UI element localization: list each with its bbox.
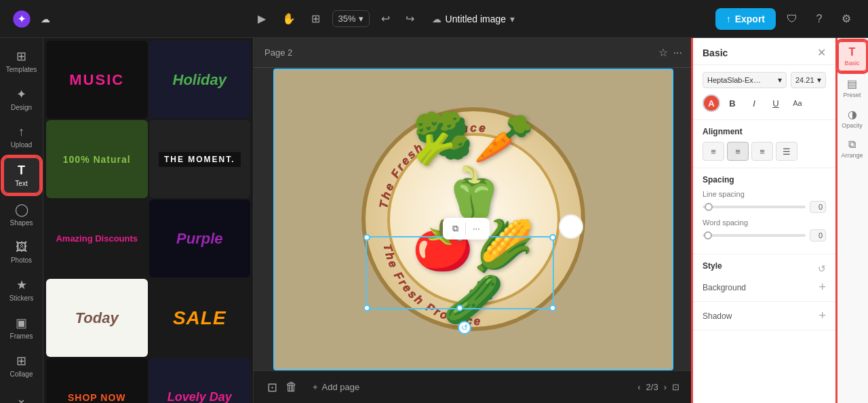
topbar-center: ▶ ✋ ⊞ 35% ▾ ↩ ↪ ☁ Untitled image ▾ [58, 8, 707, 30]
white-circle-handle[interactable] [559, 214, 583, 239]
line-spacing-thumb[interactable] [705, 203, 713, 211]
underline-button[interactable]: U [766, 94, 785, 113]
italic-button[interactable]: I [745, 94, 764, 113]
right-icon-basic[interactable]: T Basic [837, 41, 867, 72]
line-spacing-slider-row: 0 [703, 201, 826, 213]
context-copy-button[interactable]: ⧉ [448, 220, 462, 237]
design-icon: ✦ [16, 87, 26, 102]
font-size-chevron-icon: ▾ [817, 75, 821, 85]
template-item-lovelyday[interactable]: Lovely Day [149, 358, 251, 403]
cloud-save-icon: ☁ [432, 14, 441, 24]
sidebar-item-label: Upload [11, 141, 33, 149]
panel-close-button[interactable]: ✕ [817, 46, 826, 59]
frame-icon[interactable]: ⊡ [267, 380, 277, 395]
template-item-today[interactable]: Today [46, 279, 148, 357]
right-icon-opacity[interactable]: ◑ Opacity [837, 104, 867, 133]
sidebar-item-collage[interactable]: ⊞ Collage [3, 348, 41, 383]
sidebar-item-label: Photos [11, 256, 32, 264]
sidebar-item-photos[interactable]: 🖼 Photos [3, 235, 41, 269]
shadow-add-button[interactable]: + [818, 309, 826, 323]
logo[interactable]: ✦ [11, 8, 33, 30]
right-icon-arrange[interactable]: ⧉ Arrange [837, 134, 867, 163]
template-item-holiday[interactable]: Holiday [149, 41, 251, 119]
svg-text:✦: ✦ [18, 13, 26, 24]
font-section: HeptaSlab-Extra ▾ 24.21 ▾ A B I U Aa [693, 65, 835, 120]
photos-icon: 🖼 [16, 240, 28, 254]
right-icon-preset[interactable]: ▤ Preset [837, 73, 867, 102]
canvas-page[interactable]: The Fresh Produce The Fresh Produce 🥦🥕🫑🍅… [273, 69, 673, 370]
align-justify-button[interactable]: ☰ [776, 142, 797, 161]
bold-button[interactable]: B [723, 94, 742, 113]
undo-button[interactable]: ↩ [375, 8, 397, 30]
layout-button[interactable]: ⊞ [305, 8, 327, 30]
sidebar-item-label: Collage [10, 370, 33, 378]
template-item-music[interactable]: MUSIC [46, 41, 148, 119]
sidebar-item-label: Stickers [9, 294, 34, 302]
sidebar-item-upload[interactable]: ↑ Upload [3, 119, 41, 154]
sidebar-item-design[interactable]: ✦ Design [3, 81, 41, 117]
sidebar-item-shapes[interactable]: ◯ Shapes [3, 197, 41, 232]
line-spacing-slider[interactable] [703, 206, 806, 208]
text-format-icon: T [849, 46, 856, 58]
sidebar-expand-button[interactable]: ⌄ [11, 386, 32, 403]
template-item-sale[interactable]: SALE [149, 279, 251, 357]
hand-tool-button[interactable]: ✋ [278, 8, 300, 30]
trash-icon[interactable]: 🗑 [285, 380, 298, 394]
canvas-more: ☆ ··· [658, 46, 682, 59]
shapes-icon: ◯ [15, 202, 28, 217]
font-size-input[interactable]: 24.21 ▾ [791, 72, 826, 88]
font-family-select[interactable]: HeptaSlab-Extra ▾ [703, 72, 787, 88]
align-center-button[interactable]: ≡ [727, 142, 749, 161]
file-title-area[interactable]: ☁ Untitled image ▾ [432, 14, 515, 24]
shield-icon[interactable]: 🛡 [781, 8, 803, 30]
expand-icon[interactable]: ⊡ [672, 382, 679, 392]
prev-page-button[interactable]: ‹ [637, 382, 640, 392]
play-mode-button[interactable]: ▶ [251, 8, 273, 30]
word-spacing-slider[interactable] [703, 234, 806, 237]
spacing-title: Spacing [703, 175, 826, 185]
left-sidebar: ⊞ Templates ✦ Design ↑ Upload T Text ◯ S… [0, 38, 43, 403]
export-button[interactable]: ↑ Export [715, 8, 776, 30]
text-color-button[interactable]: A [703, 94, 720, 112]
sidebar-item-label: Shapes [10, 219, 33, 227]
background-row: Background + [703, 280, 826, 294]
template-item-moment[interactable]: THE MOMENT. [149, 120, 251, 198]
zoom-control[interactable]: 35% ▾ [332, 10, 370, 27]
sidebar-item-templates[interactable]: ⊞ Templates [3, 43, 41, 79]
template-item-discounts[interactable]: Amazing Discounts [46, 199, 148, 277]
align-right-button[interactable]: ≡ [751, 142, 773, 161]
add-page-button[interactable]: + Add page [306, 378, 366, 396]
align-left-button[interactable]: ≡ [703, 142, 724, 161]
redo-button[interactable]: ↪ [399, 8, 421, 30]
help-icon[interactable]: ? [808, 8, 830, 30]
canvas-scroll[interactable]: The Fresh Produce The Fresh Produce 🥦🥕🫑🍅… [254, 68, 693, 370]
template-item-purple[interactable]: Purple [149, 199, 251, 277]
templates-grid: MUSIC Holiday 100% Natural THE MOMENT. A… [43, 38, 253, 403]
pagination: ‹ 2/3 › [637, 382, 667, 392]
rotate-handle[interactable]: ↺ [458, 321, 471, 334]
sidebar-item-stickers[interactable]: ★ Stickers [3, 272, 41, 307]
settings-icon[interactable]: ⚙ [835, 8, 857, 30]
template-item-shopnow[interactable]: SHOP NOW [46, 358, 148, 403]
template-item-natural[interactable]: 100% Natural [46, 120, 148, 198]
sidebar-item-label: Frames [10, 332, 33, 340]
topbar-tools: ▶ ✋ ⊞ 35% ▾ ↩ ↪ [251, 8, 421, 30]
word-spacing-label: Word spacing [703, 218, 826, 227]
background-add-button[interactable]: + [818, 280, 826, 294]
spacing-section: Spacing Line spacing 0 Word spacing 0 [693, 168, 835, 254]
ellipsis-icon[interactable]: ··· [673, 47, 682, 59]
file-title: Untitled image [446, 14, 507, 24]
frames-icon: ▣ [16, 315, 27, 330]
context-more-button[interactable]: ··· [469, 220, 484, 236]
sidebar-item-label: Templates [6, 66, 37, 73]
star-icon[interactable]: ☆ [658, 46, 668, 59]
word-spacing-thumb[interactable] [704, 231, 712, 239]
case-button[interactable]: Aa [788, 94, 807, 113]
sidebar-item-text[interactable]: T Text [3, 157, 41, 194]
next-page-button[interactable]: › [664, 382, 667, 392]
bottom-left: ⊡ 🗑 + Add page [267, 378, 366, 396]
shadow-label: Shadow [703, 311, 732, 321]
sidebar-item-frames[interactable]: ▣ Frames [3, 310, 41, 345]
style-reset-button[interactable]: ↺ [818, 263, 826, 274]
style-header: Style ↺ [703, 261, 826, 276]
